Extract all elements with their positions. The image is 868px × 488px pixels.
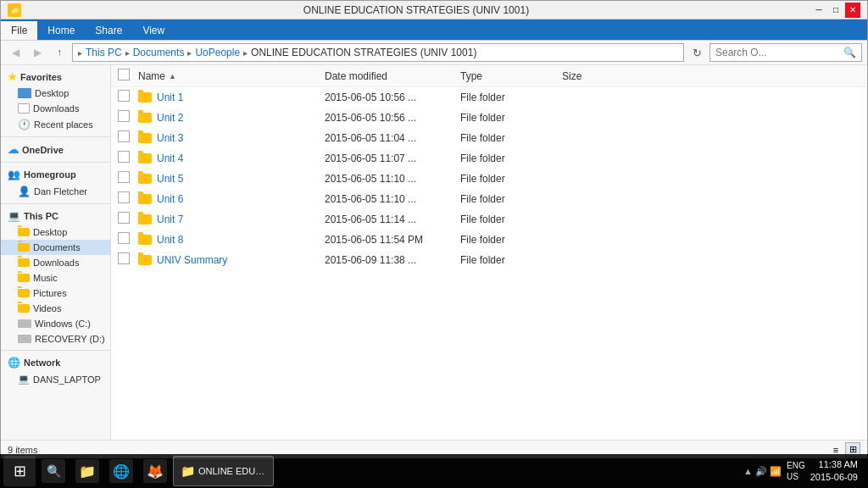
refresh-button[interactable]: ↻ (687, 43, 706, 62)
row-name: Unit 4 (138, 152, 325, 164)
row-checkbox[interactable] (118, 252, 130, 264)
folder-icon (138, 113, 152, 123)
thispc-header[interactable]: 💻 This PC (1, 208, 110, 225)
sidebar-item-music[interactable]: Music (1, 270, 110, 286)
sidebar-item-downloads-fav[interactable]: Downloads (1, 101, 110, 116)
network-header[interactable]: 🌐 Network (1, 354, 110, 371)
row-checkbox[interactable] (118, 232, 130, 244)
onedrive-header[interactable]: ☁ OneDrive (1, 141, 110, 158)
search-input[interactable] (715, 47, 843, 58)
breadcrumb-uopeople[interactable]: UoPeople (195, 47, 240, 58)
search-box[interactable]: 🔍 (709, 43, 862, 62)
col-header-size[interactable]: Size (562, 70, 630, 82)
sidebar-item-windows-c[interactable]: Windows (C:) (1, 316, 110, 331)
tab-view[interactable]: View (132, 21, 175, 40)
taskbar-chrome-button[interactable]: 🌐 (105, 456, 137, 486)
sidebar-item-recent[interactable]: 🕐 Recent places (1, 116, 110, 133)
network-label: Network (24, 358, 60, 368)
file-name: Unit 4 (157, 152, 183, 164)
taskbar-app-icon: 📁 (181, 464, 195, 478)
breadcrumb-documents[interactable]: Documents (133, 47, 185, 58)
back-button[interactable]: ◀ (6, 43, 25, 62)
minimize-button[interactable]: ─ (811, 3, 826, 18)
homegroup-icon: 👥 (8, 169, 20, 180)
sidebar-item-label: Recent places (34, 119, 93, 130)
row-type: File folder (460, 112, 562, 124)
taskbar-active-explorer[interactable]: 📁 ONLINE EDUCA... (173, 456, 274, 486)
row-checkbox-col (118, 252, 138, 267)
table-row[interactable]: Unit 8 2015-06-05 11:54 PM File folder (111, 230, 867, 250)
breadcrumb-thispc[interactable]: This PC (86, 47, 122, 58)
table-row[interactable]: Unit 2 2015-06-05 10:56 ... File folder (111, 108, 867, 128)
laptop-icon: 💻 (18, 374, 30, 385)
taskbar-firefox-button[interactable]: 🦊 (139, 456, 171, 486)
breadcrumb-current: ONLINE EDUCATION STRATEGIES (UNIV 1001) (251, 47, 476, 58)
onedrive-label: OneDrive (22, 145, 64, 155)
start-button[interactable]: ⊞ (3, 456, 36, 486)
close-button[interactable]: ✕ (845, 3, 860, 18)
chrome-icon: 🌐 (109, 459, 133, 483)
select-all-checkbox[interactable] (118, 69, 130, 80)
col-header-type[interactable]: Type (460, 70, 562, 82)
row-checkbox-col (118, 232, 138, 247)
sidebar-item-documents[interactable]: Documents (1, 240, 110, 255)
table-row[interactable]: Unit 3 2015-06-05 11:04 ... File folder (111, 128, 867, 148)
sidebar-item-label: DANS_LAPTOP (33, 374, 101, 385)
folder-icon (138, 92, 152, 103)
col-name-label: Name (138, 70, 165, 82)
sidebar-item-label: Dan Fletcher (34, 186, 87, 197)
sidebar-item-label: Downloads (33, 258, 79, 268)
address-bar: ◀ ▶ ↑ ▸ This PC ▸ Documents ▸ UoPeople ▸… (1, 41, 867, 65)
favorites-header[interactable]: ★ Favorites (1, 69, 110, 86)
homegroup-header[interactable]: 👥 Homegroup (1, 166, 110, 183)
sidebar-item-downloads[interactable]: Downloads (1, 255, 110, 270)
maximize-button[interactable]: □ (828, 3, 843, 18)
up-button[interactable]: ↑ (50, 43, 69, 62)
sidebar-item-desktop-pc[interactable]: Desktop (1, 225, 110, 240)
row-date: 2015-06-05 10:56 ... (325, 92, 460, 103)
table-row[interactable]: Unit 6 2015-06-05 11:10 ... File folder (111, 189, 867, 209)
thispc-label: This PC (24, 211, 58, 221)
row-checkbox[interactable] (118, 90, 130, 102)
row-checkbox[interactable] (118, 212, 130, 224)
row-checkbox[interactable] (118, 171, 130, 183)
tab-home[interactable]: Home (37, 21, 85, 40)
forward-button[interactable]: ▶ (28, 43, 47, 62)
folder-icon (138, 133, 152, 143)
row-type: File folder (460, 193, 562, 205)
tab-share[interactable]: Share (85, 21, 132, 40)
sidebar-item-label: Documents (33, 242, 81, 252)
path-arrow-4: ▸ (243, 48, 248, 58)
table-row[interactable]: UNIV Summary 2015-06-09 11:38 ... File f… (111, 250, 867, 270)
sidebar-item-desktop-fav[interactable]: Desktop (1, 86, 110, 101)
sidebar-item-pictures[interactable]: Pictures (1, 286, 110, 301)
ribbon: File Home Share View (1, 19, 867, 41)
col-header-name[interactable]: Name ▲ (138, 70, 325, 82)
table-row[interactable]: Unit 1 2015-06-05 10:56 ... File folder (111, 87, 867, 108)
taskbar-search-button[interactable]: 🔍 (37, 456, 70, 486)
row-checkbox-col (118, 212, 138, 226)
row-checkbox[interactable] (118, 191, 130, 203)
sidebar-item-videos[interactable]: Videos (1, 301, 110, 316)
address-path[interactable]: ▸ This PC ▸ Documents ▸ UoPeople ▸ ONLIN… (72, 43, 684, 62)
table-row[interactable]: Unit 4 2015-06-05 11:07 ... File folder (111, 148, 867, 169)
row-checkbox[interactable] (118, 110, 130, 122)
table-row[interactable]: Unit 5 2015-06-05 11:10 ... File folder (111, 169, 867, 189)
app-icon: 📁 (8, 3, 21, 17)
row-date: 2015-06-05 11:10 ... (325, 173, 460, 185)
row-checkbox[interactable] (118, 130, 130, 142)
sidebar-item-label: Windows (C:) (35, 319, 91, 329)
taskbar-file-explorer-button[interactable]: 📁 (71, 456, 103, 486)
sidebar-item-recovery-d[interactable]: RECOVERY (D:) (1, 331, 110, 347)
taskbar-icons: ▲ 🔊 📶 (743, 466, 782, 477)
start-icon: ⊞ (14, 462, 26, 480)
col-header-date[interactable]: Date modified (325, 70, 460, 82)
column-headers[interactable]: Name ▲ Date modified Type Size (111, 65, 867, 87)
table-row[interactable]: Unit 7 2015-06-05 11:14 ... File folder (111, 209, 867, 230)
sidebar-item-dan-fletcher[interactable]: 👤 Dan Fletcher (1, 183, 110, 200)
row-checkbox[interactable] (118, 151, 130, 163)
onedrive-icon: ☁ (8, 143, 19, 156)
row-name: Unit 6 (138, 193, 325, 205)
sidebar-item-dans-laptop[interactable]: 💻 DANS_LAPTOP (1, 371, 110, 387)
tab-file[interactable]: File (1, 21, 37, 40)
